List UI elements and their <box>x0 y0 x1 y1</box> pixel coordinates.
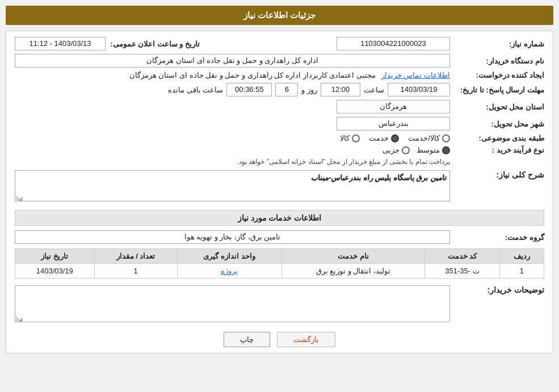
org-row: نام دستگاه خریدار: اداره کل راهداری و حم… <box>15 54 544 68</box>
purchase-note: پرداخت تمام یا بخشی از مبلغ خریدار از مح… <box>237 158 450 166</box>
description-value: تامین برق پاسگاه پلیس راه بندرعباس-میناب <box>311 174 447 182</box>
service-table-header-row: ردیف کد خدمت نام خدمت واحد اندازه گیری ت… <box>15 249 544 264</box>
purchase-type-motavaset-label: متوسط <box>417 146 440 154</box>
service-group-value: تامین برق، گاز، بخار و تهویه هوا <box>15 230 450 244</box>
col-radif: ردیف <box>499 249 544 264</box>
creator-link[interactable]: اطلاعات تماس خریدار <box>381 71 450 79</box>
category-kala-khadamat-radio[interactable] <box>442 134 450 142</box>
purchase-type-row: نوع فرآیند خرید : متوسط جزیی پرداخت تمام… <box>15 146 544 166</box>
category-kala[interactable]: کالا <box>340 134 360 142</box>
button-row: بازگشت چاپ <box>15 332 544 347</box>
category-kala-khadamat-label: کالا/خدمت <box>408 134 440 142</box>
col-date: تاریخ نیاز <box>15 249 95 264</box>
cell-unit: پروژه <box>177 264 281 279</box>
table-row: 1ت -35-351تولید، انتقال و توزیع برقپروژه… <box>15 264 544 279</box>
creator-row: ایجاد کننده درخواست: اطلاعات تماس خریدار… <box>15 71 544 79</box>
need-number-value: 1103004221000023 <box>337 37 450 50</box>
services-section-title: اطلاعات خدمات مورد نیاز <box>15 210 544 226</box>
deadline-time-label: ساعت <box>364 86 384 94</box>
purchase-type-label: نوع فرآیند خرید : <box>453 146 544 154</box>
col-name: نام خدمت <box>281 249 424 264</box>
main-card: شماره نیاز: 1103004221000023 تاریخ و ساع… <box>6 31 553 353</box>
deadline-row: مهلت ارسال پاسخ: تا تاریخ: 1403/03/19 سا… <box>15 83 544 96</box>
province-label: استان محل تحویل: <box>453 103 544 111</box>
col-count: تعداد / مقدار <box>94 249 177 264</box>
purchase-type-jozvi[interactable]: جزیی <box>383 146 410 154</box>
buyer-notes-row: توضیحات خریدار: ◢ <box>15 285 544 324</box>
category-khadamat-radio[interactable] <box>391 134 399 142</box>
description-label: شرح کلی نیاز: <box>453 170 544 179</box>
resize-handle: ◢ <box>16 195 23 202</box>
service-table: ردیف کد خدمت نام خدمت واحد اندازه گیری ت… <box>15 248 544 279</box>
cell-kod: ت -35-351 <box>425 264 500 279</box>
category-kala-khadamat[interactable]: کالا/خدمت <box>408 134 450 142</box>
cell-name: تولید، انتقال و توزیع برق <box>281 264 424 279</box>
col-unit: واحد اندازه گیری <box>177 249 281 264</box>
buyer-notes-label: توضیحات خریدار: <box>453 285 544 294</box>
col-kod: کد خدمت <box>425 249 500 264</box>
category-khadamat-label: خدمت <box>369 134 389 142</box>
category-kala-label: کالا <box>340 134 350 142</box>
deadline-time: 12:00 <box>321 83 360 96</box>
org-label: نام دستگاه خریدار: <box>453 57 544 65</box>
city-label: شهر محل تحویل: <box>453 120 544 128</box>
service-group-label: گروه خدمت: <box>453 233 544 242</box>
cell-date: 1403/03/19 <box>15 264 95 279</box>
city-value: بندرعباس <box>337 117 450 130</box>
cell-radif: 1 <box>499 264 544 279</box>
deadline-date: 1403/03/19 <box>388 83 450 96</box>
cell-count: 1 <box>94 264 177 279</box>
deadline-remaining-label: ساعت باقی مانده <box>168 86 223 94</box>
page-title: جزئیات اطلاعات نیاز <box>6 6 553 25</box>
description-row: شرح کلی نیاز: ◢ تامین برق پاسگاه پلیس را… <box>15 170 544 203</box>
purchase-type-jozvi-label: جزیی <box>383 146 400 154</box>
buyer-notes-textarea[interactable] <box>15 285 450 322</box>
print-button[interactable]: چاپ <box>224 332 270 347</box>
purchase-type-motavaset-radio[interactable] <box>442 146 450 154</box>
city-row: شهر محل تحویل: بندرعباس <box>15 117 544 130</box>
purchase-type-radios: متوسط جزیی <box>237 146 450 154</box>
deadline-days: 6 <box>275 83 298 96</box>
category-kala-radio[interactable] <box>352 134 360 142</box>
creator-label: ایجاد کننده درخواست: <box>453 71 544 79</box>
deadline-days-label: روز و <box>301 86 317 94</box>
purchase-type-motavaset[interactable]: متوسط <box>417 146 450 154</box>
province-row: استان محل تحویل: هرمزگان <box>15 100 544 113</box>
buyer-notes-wrapper: ◢ <box>15 285 450 324</box>
category-row: طبقه بندی موضوعی: کالا/خدمت خدمت کالا <box>15 134 544 142</box>
service-table-header: ردیف کد خدمت نام خدمت واحد اندازه گیری ت… <box>15 249 544 264</box>
need-number-label: شماره نیاز: <box>453 40 544 48</box>
back-button[interactable]: بازگشت <box>277 332 335 347</box>
deadline-remaining: 00:36:55 <box>226 83 272 96</box>
page-wrapper: جزئیات اطلاعات نیاز شماره نیاز: 11030042… <box>0 0 559 392</box>
buyer-notes-resize: ◢ <box>16 316 23 323</box>
description-wrapper: ◢ تامین برق پاسگاه پلیس راه بندرعباس-مین… <box>15 170 450 203</box>
deadline-label: مهلت ارسال پاسخ: تا تاریخ: <box>453 86 544 94</box>
category-label: طبقه بندی موضوعی: <box>453 134 544 142</box>
announce-value: 1403/03/13 - 11:12 <box>15 37 106 50</box>
service-table-body: 1ت -35-351تولید، انتقال و توزیع برقپروژه… <box>15 264 544 279</box>
category-khadamat[interactable]: خدمت <box>369 134 399 142</box>
province-value: هرمزگان <box>337 100 450 113</box>
purchase-type-jozvi-radio[interactable] <box>402 146 410 154</box>
category-radio-group: کالا/خدمت خدمت کالا <box>340 134 450 142</box>
announce-label: تاریخ و ساعت اعلان عمومی: <box>109 40 200 48</box>
need-number-row: شماره نیاز: 1103004221000023 تاریخ و ساع… <box>15 37 544 50</box>
service-group-row: گروه خدمت: تامین برق، گاز، بخار و تهویه … <box>15 230 544 244</box>
org-value: اداره کل راهداری و حمل و نقل جاده ای است… <box>15 54 450 68</box>
